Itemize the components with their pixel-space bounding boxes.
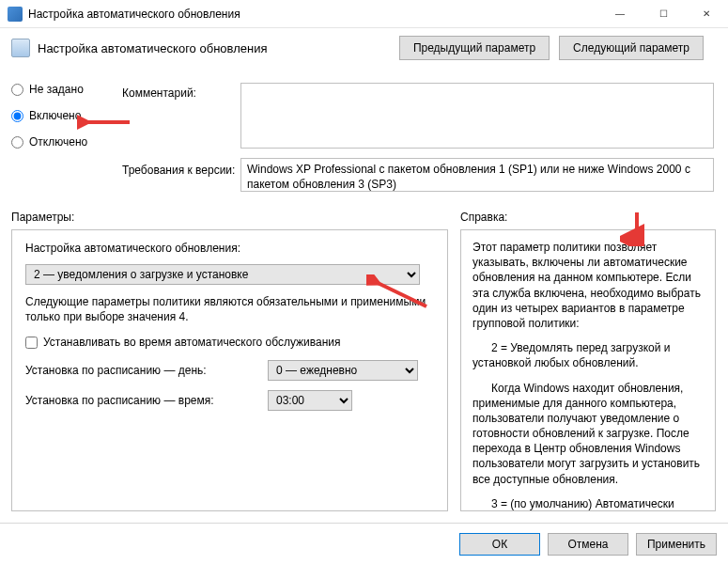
close-button[interactable]: ✕ [685, 0, 728, 28]
state-radio-group: Не задано Включено Отключено [11, 83, 87, 149]
policy-header: Настройка автоматического обновления Пре… [0, 28, 728, 68]
radio-not-configured-input[interactable] [11, 84, 23, 96]
window-controls: — ☐ ✕ [598, 0, 728, 28]
requirements-text[interactable]: Windows XP Professional с пакетом обновл… [240, 158, 714, 192]
policy-icon [11, 39, 30, 57]
help-text: 2 = Уведомлять перед загрузкой и установ… [472, 340, 704, 370]
radio-disabled-label: Отключено [29, 135, 87, 149]
radio-not-configured-label: Не задано [29, 83, 84, 96]
schedule-day-label: Установка по расписанию — день: [25, 364, 258, 377]
schedule-time-select[interactable]: 03:00 [268, 390, 352, 411]
update-config-label: Настройка автоматического обновления: [25, 242, 434, 255]
auto-maintenance-checkbox-label: Устанавливать во время автоматического о… [43, 336, 341, 349]
comment-textarea[interactable] [240, 83, 714, 149]
apply-button[interactable]: Применить [636, 533, 717, 556]
auto-maintenance-checkbox[interactable] [25, 337, 38, 349]
radio-enabled[interactable]: Включено [11, 109, 87, 122]
previous-setting-button[interactable]: Предыдущий параметр [399, 36, 550, 60]
maximize-button[interactable]: ☐ [642, 0, 685, 28]
help-text: Когда Windows находит обновления, примен… [472, 381, 704, 487]
update-config-select[interactable]: 2 — уведомления о загрузке и установке [25, 264, 420, 285]
help-panel[interactable]: Этот параметр политики позволяет указыва… [460, 229, 716, 511]
window-title: Настройка автоматического обновления [28, 8, 598, 21]
parameters-label: Параметры: [11, 211, 74, 224]
auto-maintenance-checkbox-row[interactable]: Устанавливать во время автоматического о… [25, 336, 434, 349]
next-setting-button[interactable]: Следующий параметр [559, 36, 704, 60]
parameters-panel: Настройка автоматического обновления: 2 … [11, 229, 448, 511]
comment-label: Комментарий: [122, 86, 196, 100]
radio-disabled-input[interactable] [11, 136, 23, 149]
policy-title: Настройка автоматического обновления [38, 41, 399, 55]
radio-not-configured[interactable]: Не задано [11, 83, 87, 96]
radio-enabled-label: Включено [29, 109, 81, 122]
ok-button[interactable]: ОК [459, 533, 540, 556]
radio-disabled[interactable]: Отключено [11, 135, 87, 149]
help-label: Справка: [460, 211, 507, 224]
schedule-day-select[interactable]: 0 — ежедневно [268, 360, 418, 381]
app-icon [8, 7, 23, 22]
help-text: Этот параметр политики позволяет указыва… [472, 240, 704, 331]
help-text: 3 = (по умолчанию) Автоматически загружа… [472, 496, 704, 511]
cancel-button[interactable]: Отмена [548, 533, 628, 556]
radio-enabled-input[interactable] [11, 110, 23, 122]
titlebar: Настройка автоматического обновления — ☐… [0, 0, 728, 28]
requirements-label: Требования к версии: [122, 164, 235, 177]
dialog-footer: ОК Отмена Применить [0, 523, 728, 564]
minimize-button[interactable]: — [598, 0, 642, 28]
schedule-time-label: Установка по расписанию — время: [25, 394, 258, 407]
params-note: Следующие параметры политики являются об… [25, 294, 434, 324]
